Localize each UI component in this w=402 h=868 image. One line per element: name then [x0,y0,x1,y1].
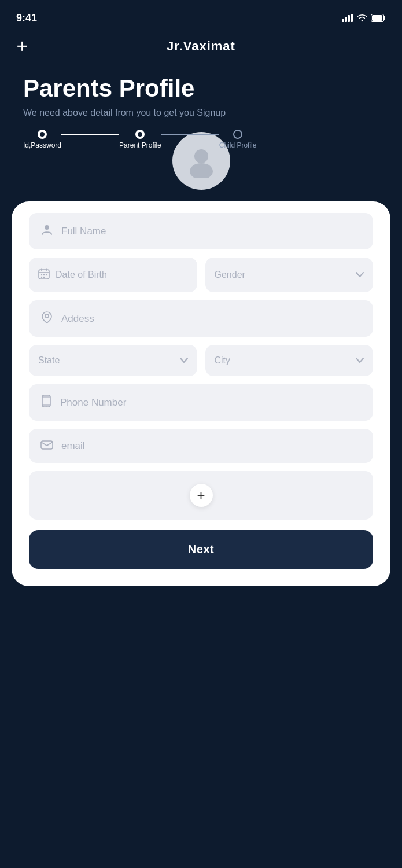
step-3-dot [233,130,242,139]
svg-rect-2 [348,15,350,22]
svg-point-22 [46,406,47,407]
gender-placeholder: Gender [215,270,351,280]
step-1-dot [38,130,47,139]
city-field[interactable]: City [205,345,374,376]
svg-point-13 [41,274,42,275]
step-2: Parent Profile [119,130,161,149]
state-chevron-icon [180,356,188,365]
svg-rect-0 [342,19,344,22]
battery-icon [371,14,386,22]
address-input[interactable] [61,313,362,325]
svg-point-6 [194,149,208,163]
calendar-icon [38,268,50,282]
svg-rect-1 [345,17,347,22]
full-name-field[interactable] [29,213,373,249]
phone-field[interactable] [29,384,373,421]
status-bar: 9:41 [0,0,402,29]
page-subtitle: We need above detail from you to get you… [23,108,379,118]
location-icon [40,311,53,326]
svg-rect-23 [41,441,53,449]
step-3-label: Child Profile [219,141,257,149]
address-field[interactable] [29,300,373,337]
svg-point-7 [190,163,213,178]
app-title: Jr.Vaximat [167,39,235,54]
step-1-label: Id,Password [23,141,61,149]
step-2-dot [135,130,145,139]
avatar-silhouette-icon [184,144,219,178]
dob-field[interactable]: Date of Birth [29,258,197,292]
gender-field[interactable]: Gender [205,258,374,292]
dob-gender-row: Date of Birth Gender [29,258,373,292]
full-name-input[interactable] [61,226,362,237]
step-line-2 [161,134,219,135]
next-button[interactable]: Next [29,530,373,569]
add-button-field[interactable]: + [29,471,373,520]
top-nav: ✕ Jr.Vaximat [0,29,402,64]
status-time: 9:41 [16,12,37,24]
form-card: Date of Birth Gender State [12,201,390,586]
step-3: Child Profile [219,130,257,149]
email-icon [40,439,53,453]
signal-icon [342,14,353,22]
state-field[interactable]: State [29,345,197,376]
svg-point-17 [43,277,45,278]
svg-rect-5 [372,15,382,21]
add-icon: + [190,484,213,507]
email-input[interactable] [61,440,362,452]
svg-point-16 [41,277,42,278]
svg-rect-3 [351,14,353,22]
svg-point-8 [45,225,49,230]
wifi-icon [357,14,367,22]
step-2-label: Parent Profile [119,141,161,149]
dob-placeholder: Date of Birth [56,270,188,280]
city-chevron-icon [356,356,364,365]
svg-point-15 [46,274,47,275]
svg-point-14 [43,274,45,275]
step-1: Id,Password [23,130,61,149]
state-placeholder: State [38,355,174,366]
gender-chevron-icon [356,270,364,279]
step-line-1 [61,134,119,135]
status-icons [342,14,386,22]
phone-icon [40,395,52,410]
back-button[interactable]: ✕ [12,37,30,55]
phone-input[interactable] [60,397,362,409]
state-city-row: State City [29,345,373,376]
city-placeholder: City [215,355,351,366]
email-field[interactable] [29,429,373,463]
page-title: Parents Profile [23,75,379,102]
svg-point-18 [45,314,49,318]
person-icon [40,223,53,239]
